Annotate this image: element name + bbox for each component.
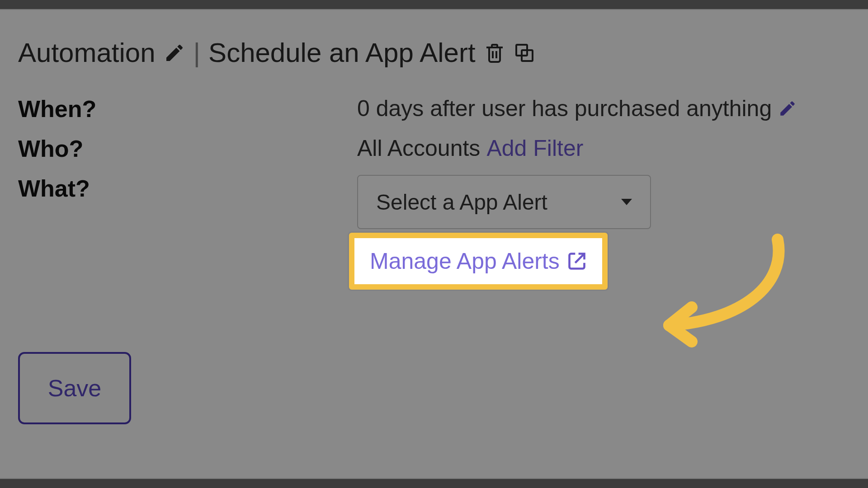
- page-subtitle: Schedule an App Alert: [208, 37, 475, 68]
- title-divider: |: [193, 37, 201, 68]
- when-row: When? 0 days after user has purchased an…: [18, 95, 850, 122]
- save-button-label: Save: [48, 375, 102, 402]
- manage-app-alerts-label: Manage App Alerts: [370, 248, 560, 274]
- automation-title: Automation: [18, 37, 156, 68]
- letterbox-top: [0, 0, 868, 9]
- what-row: What? Select a App Alert Manage App Aler…: [18, 175, 850, 285]
- save-button[interactable]: Save: [18, 352, 131, 424]
- page-title-row: Automation | Schedule an App Alert: [18, 37, 850, 68]
- copy-icon[interactable]: [514, 42, 535, 64]
- add-filter-link[interactable]: Add Filter: [486, 135, 583, 161]
- letterbox-bottom: [0, 479, 868, 488]
- who-label: Who?: [18, 135, 357, 162]
- manage-app-alerts-link[interactable]: Manage App Alerts: [354, 237, 603, 285]
- when-value: 0 days after user has purchased anything: [357, 95, 772, 122]
- when-value-wrap: 0 days after user has purchased anything: [357, 95, 797, 122]
- external-link-icon: [567, 251, 587, 271]
- who-row: Who? All Accounts Add Filter: [18, 135, 850, 162]
- when-label: When?: [18, 95, 357, 122]
- trash-icon[interactable]: [484, 42, 505, 64]
- pencil-icon[interactable]: [164, 42, 185, 64]
- app-alert-select-label: Select a App Alert: [376, 190, 547, 215]
- who-value-wrap: All Accounts Add Filter: [357, 135, 583, 161]
- automation-panel: Automation | Schedule an App Alert When?…: [0, 9, 868, 479]
- app-alert-select[interactable]: Select a App Alert: [357, 175, 651, 229]
- who-value: All Accounts: [357, 135, 480, 161]
- what-label: What?: [18, 175, 357, 202]
- what-value-wrap: Select a App Alert Manage App Alerts: [357, 175, 651, 285]
- chevron-down-icon: [621, 199, 632, 205]
- pencil-icon[interactable]: [778, 99, 797, 118]
